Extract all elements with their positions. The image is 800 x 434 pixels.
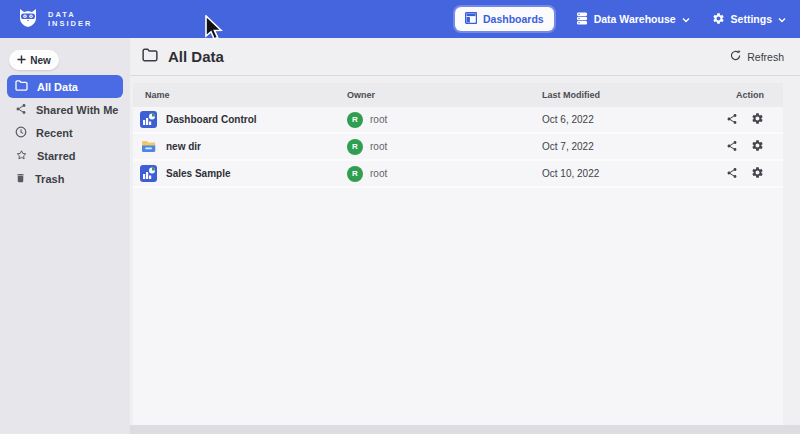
brand-line1: DATA <box>48 10 92 19</box>
brand-name: DATA INSIDER <box>48 10 92 28</box>
gear-icon[interactable] <box>751 139 764 154</box>
new-button-label: New <box>30 55 51 66</box>
table-header-row: Name Owner Last Modified Action <box>133 83 783 107</box>
last-modified-date: Oct 6, 2022 <box>530 114 724 125</box>
sidebar-item-shared-with-me[interactable]: Shared With Me <box>7 98 123 121</box>
dashboards-label: Dashboards <box>483 13 544 25</box>
folder-icon <box>142 48 158 66</box>
sidebar-item-recent[interactable]: Recent <box>7 121 123 144</box>
data-warehouse-menu[interactable]: Data Warehouse <box>576 12 690 27</box>
sidebar-item-label: All Data <box>37 81 78 93</box>
gear-icon[interactable] <box>751 112 764 127</box>
table-row[interactable]: Dashboard Control R root Oct 6, 2022 <box>133 107 783 134</box>
sidebar-item-starred[interactable]: Starred <box>7 144 123 167</box>
owner-avatar: R <box>347 112 363 128</box>
trash-icon <box>15 172 26 186</box>
column-header-action: Action <box>724 90 783 100</box>
app-window: DATA INSIDER Dashboards <box>0 0 800 434</box>
owner-avatar: R <box>347 139 363 155</box>
share-icon <box>15 103 27 117</box>
owl-logo-icon <box>16 5 40 33</box>
sidebar-item-trash[interactable]: Trash <box>7 167 123 190</box>
owner-name: root <box>370 114 387 125</box>
owner-avatar: R <box>347 166 363 182</box>
column-header-name: Name <box>133 90 335 100</box>
share-icon[interactable] <box>726 113 738 127</box>
page-title: All Data <box>168 48 224 65</box>
sidebar-item-label: Trash <box>35 173 64 185</box>
clock-icon <box>15 126 27 140</box>
share-icon[interactable] <box>726 140 738 154</box>
file-name: Dashboard Control <box>166 114 257 125</box>
owner-name: root <box>370 141 387 152</box>
new-button[interactable]: New <box>9 50 59 70</box>
file-table: Name Owner Last Modified Action Dashboar… <box>133 83 783 425</box>
database-icon <box>576 12 588 27</box>
brand-logo[interactable]: DATA INSIDER <box>16 5 92 33</box>
sidebar-item-all-data[interactable]: All Data <box>7 75 123 98</box>
page-header: All Data Refresh <box>130 38 800 76</box>
last-modified-date: Oct 7, 2022 <box>530 141 724 152</box>
dashboards-button[interactable]: Dashboards <box>455 7 554 31</box>
column-header-last-modified: Last Modified <box>530 90 724 100</box>
brand-line2: INSIDER <box>48 19 92 28</box>
settings-label: Settings <box>731 13 772 25</box>
refresh-label: Refresh <box>747 51 784 63</box>
star-icon <box>15 149 28 163</box>
sidebar: New All Data Shared With Me Recent <box>0 38 130 434</box>
file-name: new dir <box>166 141 201 152</box>
settings-menu[interactable]: Settings <box>712 12 786 27</box>
gear-icon <box>712 12 725 27</box>
chevron-down-icon <box>682 13 690 25</box>
dashboard-file-icon <box>140 165 157 182</box>
refresh-button[interactable]: Refresh <box>730 50 784 63</box>
top-nav: Dashboards Data Warehouse <box>455 7 786 31</box>
table-row[interactable]: new dir R root Oct 7, 2022 <box>133 134 783 161</box>
main-content: All Data Refresh Name Owner Last Modifie… <box>130 38 800 425</box>
mouse-cursor <box>204 15 223 47</box>
folder-icon <box>15 80 28 93</box>
column-header-owner: Owner <box>335 90 530 100</box>
top-bar: DATA INSIDER Dashboards <box>0 0 800 38</box>
sidebar-item-label: Recent <box>36 127 73 139</box>
dashboard-file-icon <box>140 111 157 128</box>
share-icon[interactable] <box>726 167 738 181</box>
table-row[interactable]: Sales Sample R root Oct 10, 2022 <box>133 161 783 188</box>
file-name: Sales Sample <box>166 168 230 179</box>
sidebar-nav: All Data Shared With Me Recent Starred <box>0 75 130 190</box>
sidebar-item-label: Shared With Me <box>36 104 118 116</box>
owner-name: root <box>370 168 387 179</box>
refresh-icon <box>730 50 741 63</box>
chevron-down-icon <box>778 13 786 25</box>
plus-icon <box>17 55 26 66</box>
sidebar-item-label: Starred <box>37 150 76 162</box>
data-warehouse-label: Data Warehouse <box>594 13 676 25</box>
last-modified-date: Oct 10, 2022 <box>530 168 724 179</box>
gear-icon[interactable] <box>751 166 764 181</box>
folder-file-icon <box>140 138 157 155</box>
dashboard-grid-icon <box>465 12 477 26</box>
